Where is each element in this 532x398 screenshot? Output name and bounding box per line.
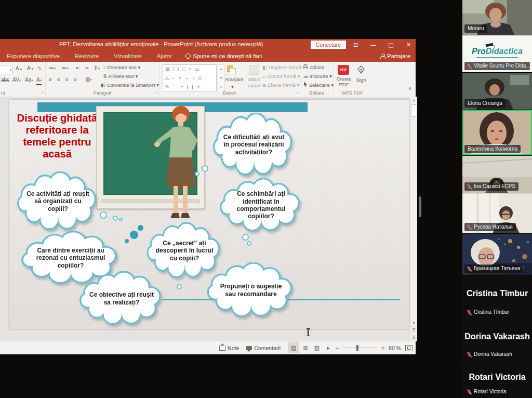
tab-expunere-diapozitive[interactable]: Expunere diapozitive: [0, 50, 66, 62]
arrange-button[interactable]: Aranjare: [225, 75, 244, 83]
numbering-button[interactable]: ≕▾: [61, 64, 69, 72]
strikethrough-button[interactable]: abc: [1, 76, 9, 84]
align-right-button[interactable]: ≡: [65, 76, 69, 83]
slide-canvas[interactable]: Discuție ghidată referitoare la temele p…: [9, 100, 409, 329]
participant-name-label: Cristina Tîmbur: [464, 308, 512, 316]
participant-name-label: Бризицкая Татьяна: [464, 264, 523, 273]
zoom-in-button[interactable]: +: [380, 344, 385, 352]
view-normal-button[interactable]: ▤: [288, 342, 299, 353]
zoom-slider[interactable]: [343, 348, 377, 348]
zoom-slider-thumb[interactable]: [356, 345, 358, 351]
decrease-indent-button[interactable]: ⇤: [76, 64, 80, 72]
comments-button[interactable]: Comentarii: [246, 345, 281, 351]
sign-pen-icon: [356, 65, 366, 75]
prodidactica-logo: ProDidactica: [462, 47, 532, 56]
participant-name-label: Dorina Vakarash: [464, 350, 515, 359]
title-bar: PPT, Dezvoltarea abilităților emoționale…: [0, 39, 416, 50]
zoom-out-button[interactable]: −: [335, 344, 340, 352]
change-case-button[interactable]: Aa▾: [25, 76, 33, 84]
tell-me-search[interactable]: Spune-mi ce dorești să faci: [180, 50, 268, 62]
shapes-gallery-scroll[interactable]: ▲ ▼ ≡: [218, 64, 224, 92]
scroll-up-icon[interactable]: ▲: [410, 98, 417, 102]
select-button[interactable]: Selectare ▾: [303, 81, 334, 89]
shape-fill-button[interactable]: ◧ Umplere formă ▾: [262, 63, 305, 71]
muted-mic-icon: [467, 266, 472, 272]
align-center-button[interactable]: ≡: [57, 76, 60, 83]
align-text-button[interactable]: ⇅ Aliniere text ▾: [103, 72, 138, 80]
columns-button[interactable]: ▥▾: [85, 76, 92, 84]
participant-video-ina[interactable]: Ina Cazacu FCPS: [462, 156, 532, 193]
text-direction-button[interactable]: ↕ Orientare text ▾: [103, 63, 140, 71]
participant-video-dorina[interactable]: Dorina Vakarash Dorina Vakarash: [462, 319, 532, 361]
increase-font-button[interactable]: A▲: [16, 65, 23, 73]
tab-vizualizare[interactable]: Vizualizare: [107, 50, 149, 62]
shape-outline-button[interactable]: ▱ Contur formă ▾: [262, 72, 300, 80]
create-pdf-button[interactable]: Create PDF: [336, 76, 352, 87]
ribbon-group-desen: ▤ \ \ □ ○ ▭ △ ⌐ ¬ → ↓ ◇ ✎ ⌒ ~ { } ☆ ▲ ▼ …: [159, 62, 300, 96]
justify-button[interactable]: ≡: [74, 76, 77, 83]
thought-bubble-propuneri[interactable]: Propuneți o sugestie sau recomandare: [204, 262, 298, 318]
clear-formatting-icon[interactable]: ✎: [37, 65, 42, 72]
scrollbar-thumb[interactable]: [411, 104, 417, 117]
find-button[interactable]: Găsire: [303, 63, 325, 71]
maximize-button[interactable]: ▢: [382, 39, 400, 50]
line-spacing-button[interactable]: ⇕▾: [94, 64, 100, 72]
zoom-percentage[interactable]: 80 %: [389, 345, 401, 351]
participant-video-brizitskaya[interactable]: Бризицкая Татьяна: [462, 234, 532, 275]
notes-icon: [219, 346, 225, 351]
font-color-button[interactable]: A▾: [36, 76, 42, 85]
participant-video-cristina[interactable]: Cristina Tîmbur Cristina Tîmbur: [462, 275, 532, 319]
decrease-font-button[interactable]: A▼: [27, 65, 34, 73]
close-button[interactable]: ✕: [400, 39, 417, 50]
thought-bubble-dificultati[interactable]: Ce dificultăți ați avut în procesul real…: [210, 113, 297, 177]
view-reading-button[interactable]: ▥: [312, 343, 322, 353]
participant-video-rotari[interactable]: Rotari Victoria Rotari Victoria: [462, 361, 532, 398]
thought-trail-dot: [130, 231, 138, 239]
participant-video-moraru[interactable]: Moraru: [462, 0, 532, 35]
participant-video-ruseva[interactable]: Русева Наталья: [462, 193, 532, 233]
tab-ajutor[interactable]: Ajutor: [150, 50, 179, 62]
scroll-down-icon[interactable]: ▼: [410, 321, 417, 325]
teacher-illustration[interactable]: [152, 103, 204, 221]
text-cursor-pointer: [308, 329, 309, 336]
thought-bubble-obiective[interactable]: Ce obiective ați reușit să realizați?: [77, 271, 166, 326]
previous-slide-button[interactable]: ⇈: [410, 327, 417, 333]
participant-name-label: Русева Наталья: [464, 223, 516, 231]
notes-button[interactable]: Note: [219, 345, 239, 351]
participant-video-valentina[interactable]: Валентина Колиогло: [462, 110, 532, 155]
thought-trail-dot: [138, 225, 143, 231]
sign-in-button[interactable]: Conectare: [311, 41, 346, 49]
align-left-button[interactable]: ≡: [49, 76, 52, 83]
convert-smartart-button[interactable]: ◧ Conversie la SmartArt ▾: [101, 81, 159, 89]
sign-button[interactable]: Sign: [356, 76, 366, 84]
slide-scrollbar[interactable]: ▲ ▼ ⇈ ⇊: [410, 97, 417, 341]
thought-bubble-schimbari[interactable]: Ce schimbări ați identificat în comporta…: [217, 178, 305, 232]
next-slide-button[interactable]: ⇊: [410, 335, 417, 340]
font-size-combo[interactable]: ▾: [0, 65, 12, 74]
bullets-button[interactable]: ≔▾: [49, 64, 56, 72]
shapes-gallery[interactable]: ▤ \ \ □ ○ ▭ △ ⌐ ¬ → ↓ ◇ ✎ ⌒ ~ { } ☆: [163, 64, 217, 91]
zoom-panel-scrollbar-thumb[interactable]: [419, 196, 421, 217]
shape-effects-button[interactable]: ◈ Efecte formă ▾: [262, 81, 299, 89]
collapse-ribbon-button[interactable]: ∧: [408, 86, 412, 91]
character-spacing-button[interactable]: AV▾: [12, 76, 21, 84]
tab-revizuire[interactable]: Revizuire: [68, 50, 105, 62]
participant-name-label: Ina Cazacu FCPS: [464, 182, 518, 191]
font-dialog-launcher[interactable]: ⌐: [42, 91, 44, 95]
participant-video-vitalie[interactable]: ProDidactica Vitalie Scurtu Pro Dida...: [462, 35, 532, 72]
paragraf-dialog-launcher[interactable]: ⌐: [155, 91, 158, 95]
arrange-dropdown[interactable]: ▾: [231, 83, 234, 90]
ribbon-group-font: ▾ A▲ A▼ ✎ abc AV▾ Aa▾ A▾ nt ⌐: [0, 62, 46, 96]
thought-bubble-activitati[interactable]: Ce activități ați reușit să organizați c…: [15, 171, 101, 231]
slide-title[interactable]: Discuție ghidată referitoare la temele p…: [12, 112, 102, 160]
desen-dialog-launcher[interactable]: ⌐: [296, 91, 299, 95]
fit-to-window-icon[interactable]: [405, 345, 413, 351]
replace-button[interactable]: ab Înlocuire ▾: [303, 72, 332, 81]
view-slideshow-button[interactable]: ▸: [323, 343, 334, 353]
participant-video-elena[interactable]: Elena Creanga: [462, 73, 532, 110]
view-slide-sorter-button[interactable]: ⊞: [300, 343, 311, 353]
share-button[interactable]: Partajare: [380, 50, 410, 62]
minimize-button[interactable]: —: [365, 39, 382, 50]
ribbon-display-options-icon[interactable]: ⊡: [347, 39, 364, 50]
increase-indent-button[interactable]: ⇥: [84, 64, 88, 72]
